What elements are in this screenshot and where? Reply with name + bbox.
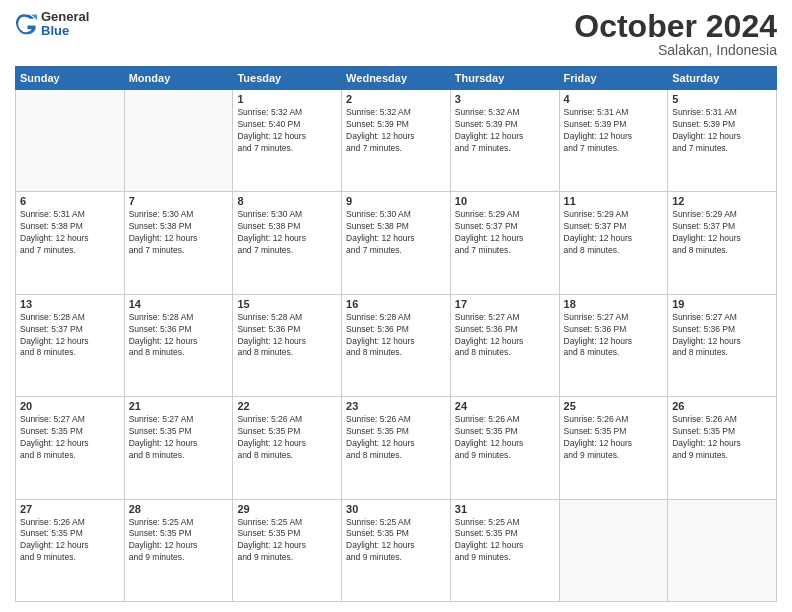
day-number: 26 [672,400,772,412]
day-info: Sunrise: 5:26 AM Sunset: 5:35 PM Dayligh… [672,414,772,462]
calendar-cell: 23Sunrise: 5:26 AM Sunset: 5:35 PM Dayli… [342,397,451,499]
day-number: 20 [20,400,120,412]
day-number: 25 [564,400,664,412]
calendar-table: Sunday Monday Tuesday Wednesday Thursday… [15,66,777,602]
day-number: 31 [455,503,555,515]
calendar-cell: 30Sunrise: 5:25 AM Sunset: 5:35 PM Dayli… [342,499,451,601]
day-number: 4 [564,93,664,105]
day-number: 11 [564,195,664,207]
day-number: 7 [129,195,229,207]
day-info: Sunrise: 5:30 AM Sunset: 5:38 PM Dayligh… [346,209,446,257]
day-number: 2 [346,93,446,105]
calendar-cell: 11Sunrise: 5:29 AM Sunset: 5:37 PM Dayli… [559,192,668,294]
calendar-cell: 28Sunrise: 5:25 AM Sunset: 5:35 PM Dayli… [124,499,233,601]
calendar-cell [124,90,233,192]
calendar-cell [668,499,777,601]
day-info: Sunrise: 5:29 AM Sunset: 5:37 PM Dayligh… [672,209,772,257]
day-number: 29 [237,503,337,515]
day-info: Sunrise: 5:31 AM Sunset: 5:39 PM Dayligh… [564,107,664,155]
calendar-week-4: 20Sunrise: 5:27 AM Sunset: 5:35 PM Dayli… [16,397,777,499]
calendar-cell: 16Sunrise: 5:28 AM Sunset: 5:36 PM Dayli… [342,294,451,396]
calendar-cell [16,90,125,192]
title-section: October 2024 Salakan, Indonesia [574,10,777,58]
col-monday: Monday [124,67,233,90]
calendar-cell: 31Sunrise: 5:25 AM Sunset: 5:35 PM Dayli… [450,499,559,601]
day-info: Sunrise: 5:32 AM Sunset: 5:40 PM Dayligh… [237,107,337,155]
day-number: 5 [672,93,772,105]
day-number: 19 [672,298,772,310]
title-location: Salakan, Indonesia [574,42,777,58]
day-number: 9 [346,195,446,207]
day-number: 16 [346,298,446,310]
calendar-cell: 6Sunrise: 5:31 AM Sunset: 5:38 PM Daylig… [16,192,125,294]
calendar-cell: 5Sunrise: 5:31 AM Sunset: 5:39 PM Daylig… [668,90,777,192]
day-number: 27 [20,503,120,515]
col-wednesday: Wednesday [342,67,451,90]
calendar-cell: 14Sunrise: 5:28 AM Sunset: 5:36 PM Dayli… [124,294,233,396]
day-number: 18 [564,298,664,310]
day-info: Sunrise: 5:25 AM Sunset: 5:35 PM Dayligh… [346,517,446,565]
calendar-week-5: 27Sunrise: 5:26 AM Sunset: 5:35 PM Dayli… [16,499,777,601]
col-saturday: Saturday [668,67,777,90]
calendar-cell: 2Sunrise: 5:32 AM Sunset: 5:39 PM Daylig… [342,90,451,192]
calendar-cell: 12Sunrise: 5:29 AM Sunset: 5:37 PM Dayli… [668,192,777,294]
day-info: Sunrise: 5:26 AM Sunset: 5:35 PM Dayligh… [20,517,120,565]
day-info: Sunrise: 5:29 AM Sunset: 5:37 PM Dayligh… [455,209,555,257]
calendar-cell: 24Sunrise: 5:26 AM Sunset: 5:35 PM Dayli… [450,397,559,499]
calendar-cell: 7Sunrise: 5:30 AM Sunset: 5:38 PM Daylig… [124,192,233,294]
day-info: Sunrise: 5:26 AM Sunset: 5:35 PM Dayligh… [455,414,555,462]
day-info: Sunrise: 5:27 AM Sunset: 5:36 PM Dayligh… [564,312,664,360]
calendar-cell: 22Sunrise: 5:26 AM Sunset: 5:35 PM Dayli… [233,397,342,499]
calendar-cell: 25Sunrise: 5:26 AM Sunset: 5:35 PM Dayli… [559,397,668,499]
page: General Blue October 2024 Salakan, Indon… [0,0,792,612]
calendar-cell: 10Sunrise: 5:29 AM Sunset: 5:37 PM Dayli… [450,192,559,294]
day-number: 30 [346,503,446,515]
col-tuesday: Tuesday [233,67,342,90]
day-number: 12 [672,195,772,207]
day-info: Sunrise: 5:28 AM Sunset: 5:36 PM Dayligh… [346,312,446,360]
day-number: 17 [455,298,555,310]
logo-blue-text: Blue [41,24,89,38]
day-info: Sunrise: 5:25 AM Sunset: 5:35 PM Dayligh… [129,517,229,565]
calendar-week-3: 13Sunrise: 5:28 AM Sunset: 5:37 PM Dayli… [16,294,777,396]
logo-general-text: General [41,10,89,24]
calendar-cell: 21Sunrise: 5:27 AM Sunset: 5:35 PM Dayli… [124,397,233,499]
calendar-header-row: Sunday Monday Tuesday Wednesday Thursday… [16,67,777,90]
day-info: Sunrise: 5:28 AM Sunset: 5:37 PM Dayligh… [20,312,120,360]
day-info: Sunrise: 5:26 AM Sunset: 5:35 PM Dayligh… [237,414,337,462]
day-number: 24 [455,400,555,412]
calendar-cell: 4Sunrise: 5:31 AM Sunset: 5:39 PM Daylig… [559,90,668,192]
col-thursday: Thursday [450,67,559,90]
calendar-cell: 26Sunrise: 5:26 AM Sunset: 5:35 PM Dayli… [668,397,777,499]
calendar-cell: 29Sunrise: 5:25 AM Sunset: 5:35 PM Dayli… [233,499,342,601]
day-number: 23 [346,400,446,412]
day-info: Sunrise: 5:25 AM Sunset: 5:35 PM Dayligh… [455,517,555,565]
calendar-week-1: 1Sunrise: 5:32 AM Sunset: 5:40 PM Daylig… [16,90,777,192]
day-number: 6 [20,195,120,207]
logo: General Blue [15,10,89,39]
col-sunday: Sunday [16,67,125,90]
day-info: Sunrise: 5:32 AM Sunset: 5:39 PM Dayligh… [346,107,446,155]
title-month: October 2024 [574,10,777,42]
calendar-cell: 18Sunrise: 5:27 AM Sunset: 5:36 PM Dayli… [559,294,668,396]
logo-text: General Blue [41,10,89,39]
day-info: Sunrise: 5:27 AM Sunset: 5:36 PM Dayligh… [672,312,772,360]
calendar-cell: 27Sunrise: 5:26 AM Sunset: 5:35 PM Dayli… [16,499,125,601]
day-number: 1 [237,93,337,105]
day-number: 8 [237,195,337,207]
day-number: 28 [129,503,229,515]
day-info: Sunrise: 5:30 AM Sunset: 5:38 PM Dayligh… [129,209,229,257]
day-info: Sunrise: 5:26 AM Sunset: 5:35 PM Dayligh… [346,414,446,462]
day-number: 3 [455,93,555,105]
header: General Blue October 2024 Salakan, Indon… [15,10,777,58]
day-info: Sunrise: 5:31 AM Sunset: 5:39 PM Dayligh… [672,107,772,155]
day-number: 22 [237,400,337,412]
calendar-cell: 20Sunrise: 5:27 AM Sunset: 5:35 PM Dayli… [16,397,125,499]
day-number: 15 [237,298,337,310]
logo-icon [15,13,37,35]
day-info: Sunrise: 5:27 AM Sunset: 5:36 PM Dayligh… [455,312,555,360]
day-number: 14 [129,298,229,310]
calendar-cell: 1Sunrise: 5:32 AM Sunset: 5:40 PM Daylig… [233,90,342,192]
day-info: Sunrise: 5:26 AM Sunset: 5:35 PM Dayligh… [564,414,664,462]
day-info: Sunrise: 5:28 AM Sunset: 5:36 PM Dayligh… [237,312,337,360]
